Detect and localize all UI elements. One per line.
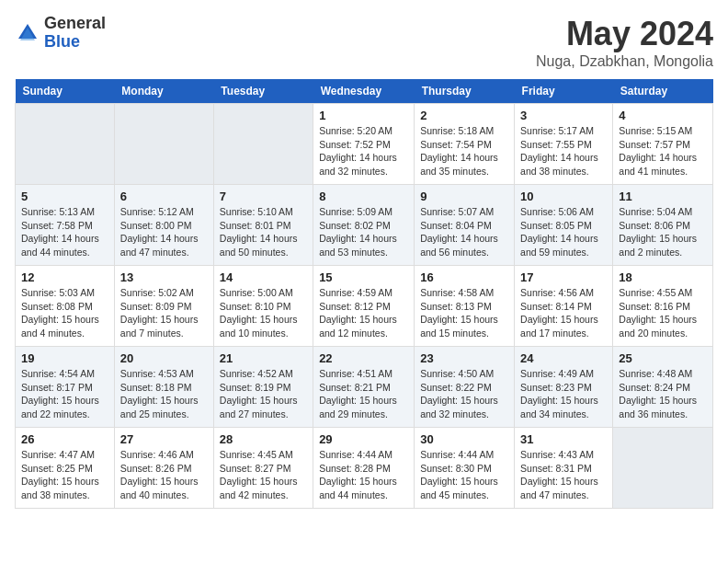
calendar-week-3: 19Sunrise: 4:54 AM Sunset: 8:17 PM Dayli… (16, 347, 713, 428)
calendar-table: Sunday Monday Tuesday Wednesday Thursday… (15, 79, 713, 509)
day-number: 29 (319, 432, 408, 446)
calendar-cell: 11Sunrise: 5:04 AM Sunset: 8:06 PM Dayli… (613, 185, 713, 266)
day-info: Sunrise: 5:02 AM Sunset: 8:09 PM Dayligh… (120, 286, 208, 340)
day-info: Sunrise: 5:13 AM Sunset: 7:58 PM Dayligh… (21, 205, 108, 259)
col-monday: Monday (114, 79, 213, 104)
day-number: 3 (520, 109, 607, 122)
title-area: May 2024 Nuga, Dzabkhan, Mongolia (536, 15, 713, 70)
calendar-cell: 16Sunrise: 4:58 AM Sunset: 8:13 PM Dayli… (415, 266, 515, 347)
calendar-cell: 29Sunrise: 4:44 AM Sunset: 8:28 PM Dayli… (313, 428, 415, 509)
calendar-cell: 28Sunrise: 4:45 AM Sunset: 8:27 PM Dayli… (213, 428, 313, 509)
day-number: 31 (520, 432, 607, 446)
header-row: Sunday Monday Tuesday Wednesday Thursday… (16, 79, 713, 104)
day-number: 16 (420, 270, 508, 284)
calendar-header: Sunday Monday Tuesday Wednesday Thursday… (16, 79, 713, 104)
day-info: Sunrise: 4:49 AM Sunset: 8:23 PM Dayligh… (520, 367, 607, 421)
col-tuesday: Tuesday (213, 79, 313, 104)
calendar-cell: 23Sunrise: 4:50 AM Sunset: 8:22 PM Dayli… (415, 347, 515, 428)
day-info: Sunrise: 4:59 AM Sunset: 8:12 PM Dayligh… (319, 286, 408, 340)
day-number: 22 (319, 351, 408, 365)
calendar-cell: 9Sunrise: 5:07 AM Sunset: 8:04 PM Daylig… (415, 185, 515, 266)
day-info: Sunrise: 5:06 AM Sunset: 8:05 PM Dayligh… (520, 205, 607, 259)
day-number: 15 (319, 270, 408, 284)
day-number: 19 (21, 351, 108, 365)
day-info: Sunrise: 4:44 AM Sunset: 8:30 PM Dayligh… (420, 448, 508, 502)
calendar-cell (613, 428, 713, 509)
calendar-cell: 19Sunrise: 4:54 AM Sunset: 8:17 PM Dayli… (16, 347, 115, 428)
calendar-cell (16, 104, 115, 185)
day-number: 10 (520, 190, 607, 203)
calendar-cell: 26Sunrise: 4:47 AM Sunset: 8:25 PM Dayli… (16, 428, 115, 509)
calendar-cell: 5Sunrise: 5:13 AM Sunset: 7:58 PM Daylig… (16, 185, 115, 266)
col-sunday: Sunday (16, 79, 115, 104)
day-number: 23 (420, 351, 508, 365)
calendar-cell: 20Sunrise: 4:53 AM Sunset: 8:18 PM Dayli… (114, 347, 213, 428)
month-title: May 2024 (536, 15, 713, 53)
day-info: Sunrise: 4:47 AM Sunset: 8:25 PM Dayligh… (21, 448, 108, 502)
day-number: 8 (319, 190, 408, 203)
col-wednesday: Wednesday (313, 79, 415, 104)
calendar-cell: 1Sunrise: 5:20 AM Sunset: 7:52 PM Daylig… (313, 104, 415, 185)
day-info: Sunrise: 4:46 AM Sunset: 8:26 PM Dayligh… (120, 448, 208, 502)
day-info: Sunrise: 5:12 AM Sunset: 8:00 PM Dayligh… (120, 205, 208, 259)
day-number: 11 (619, 190, 707, 203)
day-number: 5 (21, 190, 108, 203)
calendar-cell: 2Sunrise: 5:18 AM Sunset: 7:54 PM Daylig… (415, 104, 515, 185)
day-number: 24 (520, 351, 607, 365)
calendar-cell: 22Sunrise: 4:51 AM Sunset: 8:21 PM Dayli… (313, 347, 415, 428)
calendar-cell: 31Sunrise: 4:43 AM Sunset: 8:31 PM Dayli… (515, 428, 613, 509)
calendar-cell: 18Sunrise: 4:55 AM Sunset: 8:16 PM Dayli… (613, 266, 713, 347)
day-info: Sunrise: 4:44 AM Sunset: 8:28 PM Dayligh… (319, 448, 408, 502)
col-saturday: Saturday (613, 79, 713, 104)
calendar-week-2: 12Sunrise: 5:03 AM Sunset: 8:08 PM Dayli… (16, 266, 713, 347)
calendar-cell: 4Sunrise: 5:15 AM Sunset: 7:57 PM Daylig… (613, 104, 713, 185)
day-info: Sunrise: 5:00 AM Sunset: 8:10 PM Dayligh… (220, 286, 307, 340)
day-info: Sunrise: 5:04 AM Sunset: 8:06 PM Dayligh… (619, 205, 707, 259)
calendar-cell: 27Sunrise: 4:46 AM Sunset: 8:26 PM Dayli… (114, 428, 213, 509)
calendar-cell (114, 104, 213, 185)
day-number: 12 (21, 270, 108, 284)
day-info: Sunrise: 5:15 AM Sunset: 7:57 PM Dayligh… (619, 124, 707, 178)
day-info: Sunrise: 5:18 AM Sunset: 7:54 PM Dayligh… (420, 124, 508, 178)
day-number: 25 (619, 351, 707, 365)
day-info: Sunrise: 5:09 AM Sunset: 8:02 PM Dayligh… (319, 205, 408, 259)
logo: General Blue (15, 15, 106, 52)
calendar-cell: 17Sunrise: 4:56 AM Sunset: 8:14 PM Dayli… (515, 266, 613, 347)
day-number: 26 (21, 432, 108, 446)
calendar-cell: 3Sunrise: 5:17 AM Sunset: 7:55 PM Daylig… (515, 104, 613, 185)
calendar-cell: 8Sunrise: 5:09 AM Sunset: 8:02 PM Daylig… (313, 185, 415, 266)
calendar-week-0: 1Sunrise: 5:20 AM Sunset: 7:52 PM Daylig… (16, 104, 713, 185)
calendar-cell: 25Sunrise: 4:48 AM Sunset: 8:24 PM Dayli… (613, 347, 713, 428)
day-info: Sunrise: 5:07 AM Sunset: 8:04 PM Dayligh… (420, 205, 508, 259)
calendar-cell: 6Sunrise: 5:12 AM Sunset: 8:00 PM Daylig… (114, 185, 213, 266)
calendar-cell: 10Sunrise: 5:06 AM Sunset: 8:05 PM Dayli… (515, 185, 613, 266)
day-info: Sunrise: 4:55 AM Sunset: 8:16 PM Dayligh… (619, 286, 707, 340)
day-info: Sunrise: 4:52 AM Sunset: 8:19 PM Dayligh… (220, 367, 307, 421)
calendar-cell: 30Sunrise: 4:44 AM Sunset: 8:30 PM Dayli… (415, 428, 515, 509)
day-info: Sunrise: 4:43 AM Sunset: 8:31 PM Dayligh… (520, 448, 607, 502)
day-number: 18 (619, 270, 707, 284)
location-text: Nuga, Dzabkhan, Mongolia (536, 53, 713, 70)
day-number: 13 (120, 270, 208, 284)
day-info: Sunrise: 5:20 AM Sunset: 7:52 PM Dayligh… (319, 124, 408, 178)
day-number: 7 (220, 190, 307, 203)
calendar-cell: 13Sunrise: 5:02 AM Sunset: 8:09 PM Dayli… (114, 266, 213, 347)
day-number: 9 (420, 190, 508, 203)
logo-text: General Blue (44, 15, 106, 52)
calendar-week-1: 5Sunrise: 5:13 AM Sunset: 7:58 PM Daylig… (16, 185, 713, 266)
day-info: Sunrise: 4:48 AM Sunset: 8:24 PM Dayligh… (619, 367, 707, 421)
day-number: 30 (420, 432, 508, 446)
day-info: Sunrise: 5:10 AM Sunset: 8:01 PM Dayligh… (220, 205, 307, 259)
day-info: Sunrise: 5:17 AM Sunset: 7:55 PM Dayligh… (520, 124, 607, 178)
calendar-cell: 15Sunrise: 4:59 AM Sunset: 8:12 PM Dayli… (313, 266, 415, 347)
calendar-cell: 24Sunrise: 4:49 AM Sunset: 8:23 PM Dayli… (515, 347, 613, 428)
calendar-body: 1Sunrise: 5:20 AM Sunset: 7:52 PM Daylig… (16, 104, 713, 509)
day-info: Sunrise: 5:03 AM Sunset: 8:08 PM Dayligh… (21, 286, 108, 340)
day-number: 4 (619, 109, 707, 122)
day-info: Sunrise: 4:50 AM Sunset: 8:22 PM Dayligh… (420, 367, 508, 421)
page-header: General Blue May 2024 Nuga, Dzabkhan, Mo… (15, 15, 713, 70)
logo-general-text: General (44, 15, 106, 33)
calendar-cell: 14Sunrise: 5:00 AM Sunset: 8:10 PM Dayli… (213, 266, 313, 347)
col-friday: Friday (515, 79, 613, 104)
calendar-cell: 7Sunrise: 5:10 AM Sunset: 8:01 PM Daylig… (213, 185, 313, 266)
